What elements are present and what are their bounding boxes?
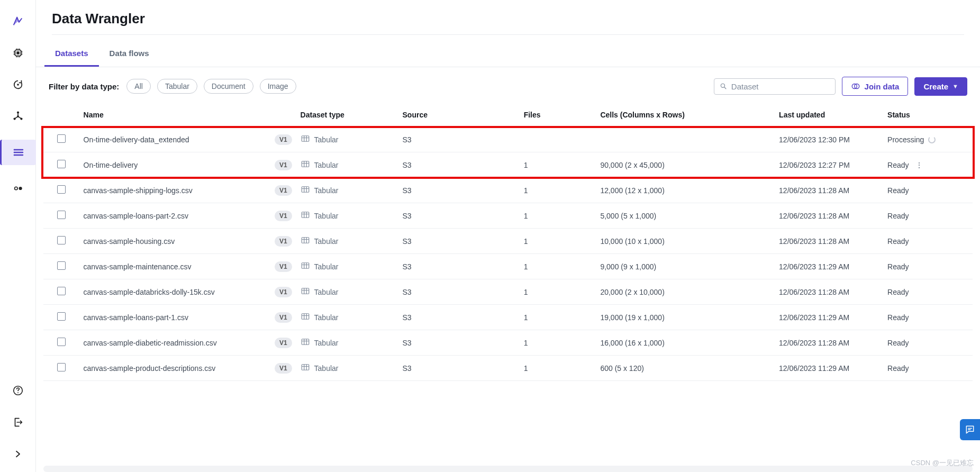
- dataset-cells: 5,000 (5 x 1,000): [596, 203, 775, 229]
- dataset-files: 1: [520, 254, 596, 279]
- nav-logo-icon[interactable]: [10, 13, 26, 30]
- table-row[interactable]: canvas-sample-shipping-logs.csvV1Tabular…: [43, 178, 973, 203]
- svg-rect-22: [302, 263, 309, 269]
- table-icon: [301, 185, 310, 196]
- dataset-cells: 10,000 (10 x 1,000): [596, 229, 775, 254]
- nav-logout-icon[interactable]: [10, 414, 26, 431]
- table-row[interactable]: On-time-delivery-data_extendedV1TabularS…: [43, 127, 973, 152]
- datasets-table-wrap[interactable]: Name Dataset type Source Files Cells (Co…: [36, 103, 980, 466]
- nav-help-icon[interactable]: [10, 382, 26, 399]
- dataset-status: Ready: [887, 339, 909, 347]
- row-checkbox[interactable]: [57, 236, 66, 244]
- row-checkbox[interactable]: [57, 185, 66, 194]
- dataset-cells: [596, 127, 775, 152]
- row-checkbox[interactable]: [57, 261, 66, 270]
- dataset-type: Tabular: [301, 210, 394, 221]
- row-checkbox[interactable]: [57, 338, 66, 346]
- dataset-name: canvas-sample-databricks-dolly-15k.csv: [84, 288, 215, 296]
- dataset-updated: 12/06/2023 11:29 AM: [775, 254, 883, 279]
- table-icon: [301, 235, 310, 247]
- nav-graph-icon[interactable]: [10, 108, 26, 125]
- svg-rect-24: [302, 314, 309, 320]
- more-actions-icon[interactable]: ⋮: [913, 161, 925, 169]
- table-row[interactable]: canvas-sample-diabetic-readmission.csvV1…: [43, 330, 973, 356]
- dataset-files: 1: [520, 356, 596, 381]
- dataset-files: 1: [520, 305, 596, 330]
- chip-image[interactable]: Image: [260, 79, 296, 94]
- dataset-updated: 12/06/2023 11:28 AM: [775, 330, 883, 356]
- row-checkbox[interactable]: [57, 312, 66, 321]
- dataset-cells: 16,000 (16 x 1,000): [596, 330, 775, 356]
- svg-point-8: [14, 152, 15, 153]
- table-row[interactable]: canvas-sample-databricks-dolly-15k.csvV1…: [43, 279, 973, 305]
- version-badge: V1: [275, 185, 292, 196]
- dataset-status: Ready: [887, 186, 909, 195]
- tabs: Datasets Data flows: [36, 41, 980, 67]
- dataset-name: canvas-sample-diabetic-readmission.csv: [84, 339, 217, 347]
- table-icon: [301, 312, 310, 323]
- datasets-table: Name Dataset type Source Files Cells (Co…: [43, 103, 973, 381]
- table-row[interactable]: On-time-deliveryV1TabularS3190,000 (2 x …: [43, 152, 973, 178]
- nav-refresh-icon[interactable]: [10, 76, 26, 93]
- row-checkbox[interactable]: [57, 211, 66, 219]
- dataset-source: S3: [398, 279, 520, 305]
- chat-icon: [965, 424, 975, 435]
- dataset-type: Tabular: [301, 312, 394, 323]
- nav-chip-icon[interactable]: [10, 44, 26, 61]
- page-title: Data Wrangler: [52, 11, 964, 27]
- table-icon: [301, 134, 310, 145]
- chat-fab[interactable]: [960, 419, 980, 440]
- dataset-files: 1: [520, 178, 596, 203]
- watermark: CSDN @一见已难忘: [911, 458, 974, 468]
- col-status: Status: [883, 103, 973, 127]
- version-badge: V1: [275, 160, 292, 170]
- horizontal-scrollbar[interactable]: [43, 466, 973, 472]
- search-input[interactable]: [731, 82, 830, 91]
- dataset-files: 1: [520, 279, 596, 305]
- dataset-source: S3: [398, 203, 520, 229]
- chip-document[interactable]: Document: [204, 79, 253, 94]
- dataset-updated: 12/06/2023 11:29 AM: [775, 305, 883, 330]
- chip-all[interactable]: All: [126, 79, 151, 94]
- dataset-updated: 12/06/2023 12:27 PM: [775, 152, 883, 178]
- dataset-name: canvas-sample-housing.csv: [84, 237, 175, 246]
- table-row[interactable]: canvas-sample-loans-part-1.csvV1TabularS…: [43, 305, 973, 330]
- svg-point-4: [16, 112, 19, 114]
- dataset-updated: 12/06/2023 12:30 PM: [775, 127, 883, 152]
- dataset-type: Tabular: [301, 261, 394, 272]
- table-row[interactable]: canvas-sample-housing.csvV1TabularS3110,…: [43, 229, 973, 254]
- create-button[interactable]: Create ▼: [914, 77, 967, 96]
- dataset-files: 1: [520, 203, 596, 229]
- svg-point-14: [721, 84, 724, 87]
- search-box[interactable]: [714, 78, 836, 95]
- tab-dataflows[interactable]: Data flows: [99, 41, 160, 67]
- row-checkbox[interactable]: [57, 287, 66, 295]
- dataset-type: Tabular: [301, 286, 394, 297]
- version-badge: V1: [275, 338, 292, 348]
- chip-tabular[interactable]: Tabular: [157, 79, 197, 94]
- nav-expand-icon[interactable]: [10, 446, 26, 462]
- dataset-files: 1: [520, 330, 596, 356]
- dataset-cells: 20,000 (2 x 10,000): [596, 279, 775, 305]
- svg-rect-26: [302, 365, 309, 370]
- table-icon: [301, 286, 310, 297]
- join-icon: [851, 81, 860, 91]
- col-name: Name: [79, 103, 296, 127]
- nav-datasets-icon[interactable]: [0, 140, 36, 165]
- table-row[interactable]: canvas-sample-maintenance.csvV1TabularS3…: [43, 254, 973, 279]
- nav-toggle-icon[interactable]: [10, 180, 26, 197]
- svg-rect-23: [302, 288, 309, 294]
- dataset-status: Ready: [887, 212, 909, 220]
- search-icon: [720, 82, 727, 90]
- table-icon: [301, 261, 310, 272]
- join-data-button[interactable]: Join data: [842, 77, 909, 96]
- row-checkbox[interactable]: [57, 160, 66, 168]
- filter-label: Filter by data type:: [49, 82, 119, 91]
- dataset-cells: 19,000 (19 x 1,000): [596, 305, 775, 330]
- svg-rect-25: [302, 339, 309, 345]
- table-row[interactable]: canvas-sample-loans-part-2.csvV1TabularS…: [43, 203, 973, 229]
- row-checkbox[interactable]: [57, 363, 66, 371]
- row-checkbox[interactable]: [57, 134, 66, 143]
- tab-datasets[interactable]: Datasets: [44, 41, 99, 67]
- table-row[interactable]: canvas-sample-product-descriptions.csvV1…: [43, 356, 973, 381]
